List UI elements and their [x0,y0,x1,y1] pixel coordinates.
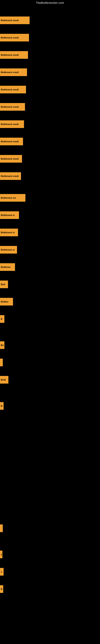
bottleneck-bar: s [0,568,3,576]
bottleneck-label: Bottleneck result [1,158,19,160]
bottleneck-bar: Bottlenec [0,263,15,271]
bottleneck-bar: Bottleneck result [0,138,23,145]
bottleneck-label: Bottlenec [1,266,11,268]
bottleneck-label: Bottl [1,378,6,381]
bottleneck-label: Bottleneck result [1,140,19,143]
bottleneck-label: Bottleneck result [1,175,19,177]
bottleneck-bar: Bottleneck result [0,155,22,162]
bottleneck-bar: Bottleneck re [0,246,17,254]
bottleneck-bar: Bottleneck result [0,34,29,42]
bottleneck-label: B [1,405,2,407]
bottleneck-bar [0,359,3,366]
site-title: TheBottlenecker.com [0,0,100,5]
bottleneck-label: Bo [1,344,4,346]
bottleneck-bar: Bottleneck result [0,16,30,24]
bottleneck-label: Bottleneck result [1,19,19,22]
bottleneck-label: s [1,570,2,573]
bottleneck-bar: Bottleneck re [0,228,18,236]
bottleneck-bar: Bottleneck result [0,86,26,94]
bottleneck-label: Bottleneck result [1,106,19,108]
bottleneck-bar: Bottl [0,376,8,384]
bottleneck-label: Bottleneck result [1,54,19,56]
bottleneck-label: Bottleneck re [1,248,15,251]
bottleneck-label: Bottleneck re [1,214,15,216]
bottleneck-bar: Bottleneck result [0,172,21,180]
bottleneck-bar: s [0,550,2,558]
bottleneck-label: Bottleneck result [1,71,19,74]
bottleneck-label: Bottleneck result [1,123,19,126]
bottleneck-bar: B [0,585,3,593]
bottleneck-bar [0,524,3,532]
bottleneck-bar: B [0,315,4,323]
bottleneck-bar: Bottleneck result [0,103,25,111]
bottleneck-bar: Bo [0,341,4,349]
bottleneck-bar: Bottleneck res [0,194,25,202]
bottleneck-label: Bottleneck result [1,88,19,91]
bottleneck-label: B [1,318,2,320]
bottleneck-bar: Bottleneck result [0,51,28,59]
bottleneck-label: Bottleneck re [1,231,15,234]
bottleneck-bar: B [0,402,3,410]
bottleneck-bar: Bottleneck result [0,120,24,128]
bottleneck-bar: Bottleneck result [0,68,27,76]
bottleneck-label: s [1,553,2,556]
bottleneck-bar: Bottlen [0,298,13,306]
bottleneck-bar: Bottleneck re [0,211,19,219]
bottleneck-label: Bottlen [1,300,8,303]
bottleneck-bar: Bott [0,280,8,288]
bottleneck-label: Bottleneck result [1,36,19,39]
bottleneck-label: B [1,588,2,590]
bottleneck-label: Bott [1,283,5,286]
bottleneck-label: Bottleneck res [1,196,16,199]
